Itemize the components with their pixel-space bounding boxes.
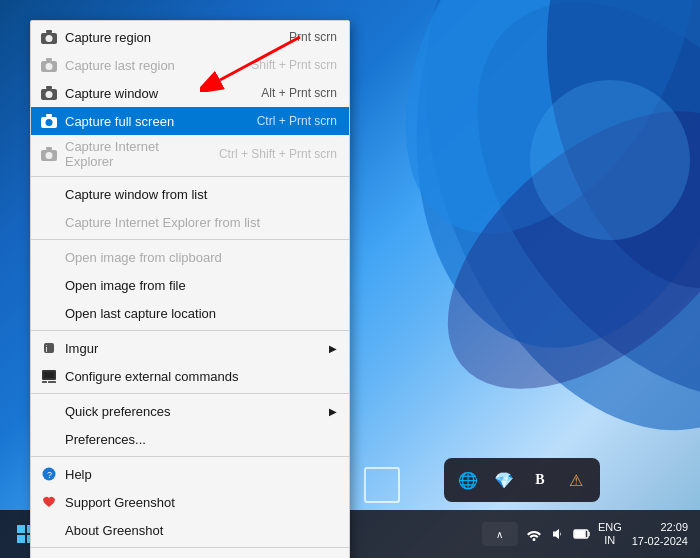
svg-rect-11: [46, 30, 52, 33]
menu-separator: [31, 456, 349, 457]
menu-item-label-capture-window-list: Capture window from list: [65, 187, 337, 202]
svg-rect-36: [17, 535, 25, 543]
menu-item-label-capture-region: Capture region: [65, 30, 269, 45]
svg-point-13: [46, 63, 53, 70]
language-indicator[interactable]: ENG IN: [598, 521, 622, 547]
menu-item-icon-capture-ie: [39, 144, 59, 164]
menu-item-label-quick-pref: Quick preferences: [65, 404, 321, 419]
chevron-icon[interactable]: ∧: [490, 524, 510, 544]
desktop-widget: [364, 467, 400, 503]
volume-icon[interactable]: [548, 524, 568, 544]
svg-rect-29: [48, 381, 56, 383]
svg-rect-20: [46, 114, 52, 117]
menu-item-shortcut-capture-window: Alt + Prnt scrn: [261, 86, 337, 100]
system-tray: [524, 524, 592, 544]
menu-item-capture-last-region: Capture last regionShift + Prnt scrn: [31, 51, 349, 79]
svg-point-16: [46, 91, 53, 98]
clock-time: 22:09: [660, 520, 688, 534]
menu-item-about[interactable]: About Greenshot: [31, 516, 349, 544]
menu-item-icon-capture-last-region: [39, 55, 59, 75]
svg-rect-14: [46, 58, 52, 61]
menu-item-submenu-arrow-quick-pref: ▶: [329, 406, 337, 417]
menu-item-label-open-last: Open last capture location: [65, 306, 337, 321]
menu-item-label-imgur: Imgur: [65, 341, 321, 356]
menu-item-icon-help: ?: [39, 464, 59, 484]
tray-popup-gem-icon[interactable]: 💎: [490, 466, 518, 494]
svg-rect-41: [575, 531, 585, 537]
menu-item-shortcut-capture-full-screen: Ctrl + Prnt scrn: [257, 114, 337, 128]
menu-item-label-capture-ie: Capture Internet Explorer: [65, 139, 199, 169]
menu-item-label-help: Help: [65, 467, 337, 482]
tray-popup-edge-icon[interactable]: 🌐: [454, 466, 482, 494]
clock[interactable]: 22:09 17-02-2024: [628, 518, 692, 551]
system-tray-popup: 🌐 💎 B ⚠: [444, 458, 600, 502]
menu-item-label-capture-full-screen: Capture full screen: [65, 114, 237, 129]
menu-separator: [31, 239, 349, 240]
svg-point-19: [46, 119, 53, 126]
svg-point-6: [530, 80, 690, 240]
menu-item-configure[interactable]: Configure external commands: [31, 362, 349, 390]
menu-item-capture-ie: Capture Internet ExplorerCtrl + Shift + …: [31, 135, 349, 173]
wifi-icon[interactable]: [524, 524, 544, 544]
language-code: ENG: [598, 521, 622, 534]
menu-item-label-configure: Configure external commands: [65, 369, 337, 384]
menu-item-submenu-arrow-imgur: ▶: [329, 343, 337, 354]
menu-item-capture-window[interactable]: Capture windowAlt + Prnt scrn: [31, 79, 349, 107]
taskbar-right: ∧ ENG IN: [482, 518, 692, 551]
menu-item-open-file[interactable]: Open image from file: [31, 271, 349, 299]
menu-item-capture-region[interactable]: Capture regionPrnt scrn: [31, 23, 349, 51]
tray-popup-bluetooth-icon[interactable]: B: [526, 466, 554, 494]
menu-item-label-about: About Greenshot: [65, 523, 337, 538]
menu-item-open-last[interactable]: Open last capture location: [31, 299, 349, 327]
menu-separator: [31, 330, 349, 331]
menu-item-label-support: Support Greenshot: [65, 495, 337, 510]
menu-item-icon-capture-full-screen: [39, 111, 59, 131]
menu-item-capture-full-screen[interactable]: Capture full screenCtrl + Prnt scrn: [31, 107, 349, 135]
menu-item-exit[interactable]: Exit: [31, 551, 349, 558]
menu-item-icon-support: [39, 492, 59, 512]
menu-item-shortcut-capture-region: Prnt scrn: [289, 30, 337, 44]
menu-item-label-open-clipboard: Open image from clipboard: [65, 250, 337, 265]
svg-point-22: [46, 152, 53, 159]
menu-item-icon-capture-region: [39, 27, 59, 47]
menu-item-support[interactable]: Support Greenshot: [31, 488, 349, 516]
menu-item-capture-ie-list: Capture Internet Explorer from list: [31, 208, 349, 236]
menu-item-label-capture-window: Capture window: [65, 86, 241, 101]
svg-text:i: i: [46, 344, 48, 354]
menu-item-label-open-file: Open image from file: [65, 278, 337, 293]
notification-area[interactable]: ∧: [482, 522, 518, 546]
battery-icon[interactable]: [572, 524, 592, 544]
svg-text:?: ?: [47, 470, 52, 480]
svg-rect-34: [17, 525, 25, 533]
menu-item-quick-pref[interactable]: Quick preferences▶: [31, 397, 349, 425]
menu-item-preferences[interactable]: Preferences...: [31, 425, 349, 453]
menu-item-icon-imgur: i: [39, 338, 59, 358]
menu-item-icon-capture-window: [39, 83, 59, 103]
context-menu: Capture regionPrnt scrn Capture last reg…: [30, 20, 350, 558]
menu-item-label-capture-ie-list: Capture Internet Explorer from list: [65, 215, 337, 230]
svg-rect-27: [44, 372, 54, 378]
menu-item-imgur[interactable]: iImgur▶: [31, 334, 349, 362]
svg-point-10: [46, 35, 53, 42]
svg-rect-23: [46, 147, 52, 150]
menu-separator: [31, 176, 349, 177]
menu-item-icon-configure: [39, 366, 59, 386]
tray-popup-shield-icon[interactable]: ⚠: [562, 466, 590, 494]
menu-separator: [31, 547, 349, 548]
menu-item-label-capture-last-region: Capture last region: [65, 58, 231, 73]
language-layout: IN: [604, 534, 615, 547]
menu-separator: [31, 393, 349, 394]
clock-date: 17-02-2024: [632, 534, 688, 548]
menu-item-label-preferences: Preferences...: [65, 432, 337, 447]
svg-rect-17: [46, 86, 52, 89]
menu-item-open-clipboard: Open image from clipboard: [31, 243, 349, 271]
menu-item-shortcut-capture-ie: Ctrl + Shift + Prnt scrn: [219, 147, 337, 161]
menu-item-capture-window-list[interactable]: Capture window from list: [31, 180, 349, 208]
menu-item-shortcut-capture-last-region: Shift + Prnt scrn: [251, 58, 337, 72]
svg-rect-28: [42, 381, 47, 383]
menu-item-help[interactable]: ?Help: [31, 460, 349, 488]
